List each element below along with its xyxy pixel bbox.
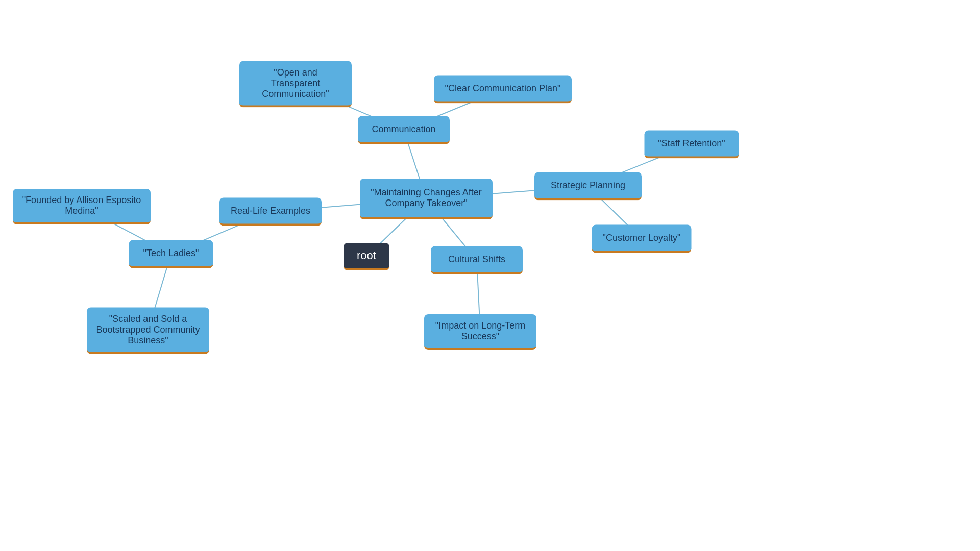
node-real-life-examples[interactable]: Real-Life Examples: [219, 198, 322, 226]
mind-map: root"Maintaining Changes After Company T…: [0, 0, 980, 551]
node-clear-communication[interactable]: "Clear Communication Plan": [434, 76, 572, 104]
node-customer-loyalty[interactable]: "Customer Loyalty": [592, 225, 692, 253]
node-impact-long-term[interactable]: "Impact on Long-Term Success": [424, 314, 536, 350]
node-communication[interactable]: Communication: [358, 116, 450, 144]
node-root[interactable]: root: [344, 243, 389, 270]
node-maintaining-changes[interactable]: "Maintaining Changes After Company Takeo…: [360, 179, 493, 219]
node-scaled-sold[interactable]: "Scaled and Sold a Bootstrapped Communit…: [87, 308, 209, 354]
node-tech-ladies[interactable]: "Tech Ladies": [129, 240, 213, 268]
node-strategic-planning[interactable]: Strategic Planning: [534, 172, 642, 201]
node-cultural-shifts[interactable]: Cultural Shifts: [431, 246, 523, 274]
node-staff-retention[interactable]: "Staff Retention": [645, 131, 739, 159]
node-open-transparent[interactable]: "Open and Transparent Communication": [239, 61, 352, 108]
node-founded-by[interactable]: "Founded by Allison Esposito Medina": [13, 189, 151, 224]
